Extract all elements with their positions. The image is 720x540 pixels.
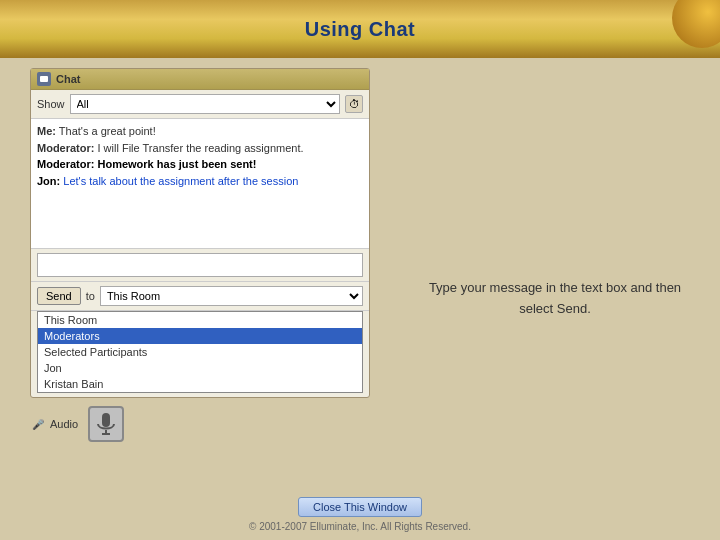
dropdown-item-kristan[interactable]: Kristan Bain [38, 376, 362, 392]
recipient-dropdown: This Room Moderators Selected Participan… [37, 311, 363, 393]
deco-circle [672, 0, 720, 48]
dropdown-item-moderators[interactable]: Moderators [38, 328, 362, 344]
audio-label: Audio [50, 418, 78, 430]
dropdown-item-selected[interactable]: Selected Participants [38, 344, 362, 360]
chat-title-label: Chat [56, 73, 80, 85]
show-row: Show All Moderators Everyone ⏱ [31, 90, 369, 119]
clock-button[interactable]: ⏱ [345, 95, 363, 113]
show-select[interactable]: All Moderators Everyone [70, 94, 340, 114]
msg-input-area [31, 249, 369, 282]
chat-title-bar: Chat [31, 69, 369, 90]
dropdown-item-jon[interactable]: Jon [38, 360, 362, 376]
header-bar: Using Chat [0, 0, 720, 58]
show-label: Show [37, 98, 65, 110]
bottom-bar: Close This Window © 2001-2007 Elluminate… [0, 497, 720, 540]
svg-rect-0 [102, 413, 110, 427]
instruction-text: Type your message in the text box and th… [420, 278, 690, 320]
right-panel: Type your message in the text box and th… [390, 58, 720, 540]
send-to-label: to [86, 290, 95, 302]
message-1: Me: That's a great point! [37, 123, 363, 140]
message-2: Moderator: I will File Transfer the read… [37, 140, 363, 157]
send-to-select[interactable]: This Room Moderators Selected Participan… [100, 286, 363, 306]
dropdown-item-thisroom[interactable]: This Room [38, 312, 362, 328]
left-panel: Chat Show All Moderators Everyone ⏱ Me: … [0, 58, 390, 540]
page-title: Using Chat [305, 18, 416, 41]
chat-icon [37, 72, 51, 86]
send-button[interactable]: Send [37, 287, 81, 305]
main-content: Chat Show All Moderators Everyone ⏱ Me: … [0, 58, 720, 540]
close-window-button[interactable]: Close This Window [298, 497, 422, 517]
copyright-text: © 2001-2007 Elluminate, Inc. All Rights … [249, 521, 471, 532]
microphone-button[interactable] [88, 406, 124, 442]
chat-messages[interactable]: Me: That's a great point! Moderator: I w… [31, 119, 369, 249]
chat-window: Chat Show All Moderators Everyone ⏱ Me: … [30, 68, 370, 398]
audio-section: 🎤 Audio [30, 406, 380, 442]
microphone-icon [96, 412, 116, 436]
microphone-small-icon: 🎤 [32, 419, 44, 430]
send-row: Send to This Room Moderators Selected Pa… [31, 282, 369, 311]
message-input[interactable] [37, 253, 363, 277]
message-4: Jon: Let's talk about the assignment aft… [37, 173, 363, 190]
message-3: Moderator: Homework has just been sent! [37, 156, 363, 173]
